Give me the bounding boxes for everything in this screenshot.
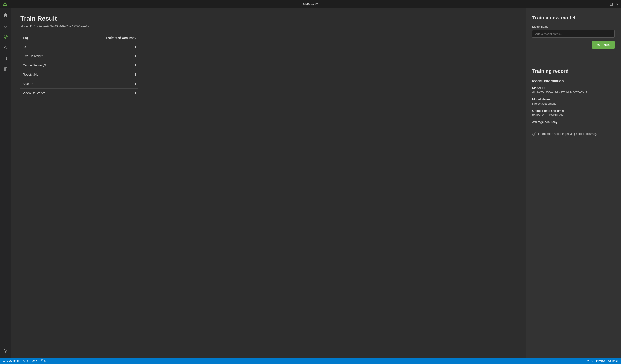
accuracy-cell: 1 bbox=[73, 79, 138, 89]
svg-point-13 bbox=[598, 44, 600, 46]
sidebar-item-train[interactable] bbox=[1, 32, 10, 41]
svg-point-7 bbox=[5, 57, 7, 59]
tag-cell: Video Delivery? bbox=[20, 89, 73, 98]
sidebar-item-settings[interactable] bbox=[1, 346, 10, 355]
sidebar-item-home[interactable] bbox=[1, 10, 10, 19]
sidebar-item-tag[interactable] bbox=[1, 21, 10, 30]
accuracy-cell: 1 bbox=[73, 51, 138, 61]
svg-rect-17 bbox=[41, 360, 43, 362]
svg-point-16 bbox=[33, 360, 34, 361]
model-info-section-title: Model information bbox=[532, 79, 615, 83]
info-accuracy-label: Average accuracy: bbox=[532, 120, 615, 124]
titlebar: MyProject2 ⬡ ▤ ? bbox=[0, 0, 621, 8]
sidebar-item-documents[interactable] bbox=[1, 65, 10, 74]
svg-point-12 bbox=[5, 350, 6, 351]
right-panel: Train a new model Model name Train Train… bbox=[526, 8, 621, 358]
svg-point-1 bbox=[4, 35, 7, 38]
help-icon[interactable]: ? bbox=[617, 2, 618, 6]
model-id-line: Model ID: 4bc9e5fe-953e-49d4-9701-97c007… bbox=[20, 24, 517, 28]
svg-point-15 bbox=[32, 360, 34, 362]
titlebar-actions: ⬡ ▤ ? bbox=[604, 2, 618, 6]
info-model-name-label: Model Name: bbox=[532, 98, 615, 101]
view-count: 5 bbox=[36, 359, 37, 363]
doc-count: 5 bbox=[44, 359, 46, 363]
info-model-name-value: Project Statement bbox=[532, 102, 615, 105]
info-created-label: Created date and time: bbox=[532, 109, 615, 112]
table-row: Receipt No 1 bbox=[20, 70, 138, 79]
panel-divider bbox=[532, 62, 615, 62]
model-name-field-label: Model name bbox=[532, 25, 615, 28]
tag-count-item: 5 bbox=[23, 359, 28, 363]
info-model-id-label: Model ID: bbox=[532, 86, 615, 90]
accuracy-cell: 1 bbox=[73, 89, 138, 98]
tag-count: 5 bbox=[27, 359, 28, 363]
tag-cell: ID # bbox=[20, 42, 73, 51]
statusbar-right: 2.1-preview.1-530545c bbox=[587, 359, 618, 363]
result-table: Tag Estimated Accuracy ID # 1 Live Deliv… bbox=[20, 34, 138, 98]
sidebar-item-predict[interactable] bbox=[1, 43, 10, 52]
tag-cell: Live Delivery? bbox=[20, 51, 73, 61]
statusbar-left: MyStorage 5 5 5 bbox=[3, 359, 46, 363]
model-name-input[interactable] bbox=[532, 30, 615, 38]
col-accuracy: Estimated Accuracy bbox=[73, 34, 138, 42]
accuracy-cell: 1 bbox=[73, 61, 138, 70]
doc-count-item: 5 bbox=[41, 359, 46, 363]
share-icon[interactable]: ⬡ bbox=[604, 2, 606, 6]
svg-point-2 bbox=[5, 36, 6, 37]
page-title: Train Result bbox=[20, 15, 517, 22]
svg-point-14 bbox=[598, 45, 599, 45]
window-title: MyProject2 bbox=[303, 2, 318, 6]
app-logo bbox=[3, 2, 7, 6]
main-panel: Train Result Model ID: 4bc9e5fe-953e-49d… bbox=[11, 8, 526, 358]
tag-cell: Sold To bbox=[20, 79, 73, 89]
train-button-label: Train bbox=[602, 43, 610, 47]
storage-item: MyStorage bbox=[3, 359, 19, 363]
view-count-item: 5 bbox=[32, 359, 37, 363]
info-model-id-value: 4bc9e5fe-953e-49d4-9701-97c0075e7e17 bbox=[532, 91, 615, 94]
accuracy-cell: 1 bbox=[73, 70, 138, 79]
info-circle-icon: i bbox=[532, 132, 536, 136]
tag-cell: Online Delivery? bbox=[20, 61, 73, 70]
info-created-value: 8/20/2020, 11:51:01 AM bbox=[532, 113, 615, 117]
sidebar-item-active-learning[interactable] bbox=[1, 54, 10, 63]
sidebar bbox=[0, 8, 11, 358]
training-record-title: Training record bbox=[532, 68, 615, 74]
svg-marker-0 bbox=[3, 2, 7, 5]
table-row: Video Delivery? 1 bbox=[20, 89, 138, 98]
new-model-title: Train a new model bbox=[532, 15, 615, 21]
info-accuracy-value: 1 bbox=[532, 125, 615, 128]
train-button[interactable]: Train bbox=[592, 41, 615, 48]
table-row: ID # 1 bbox=[20, 42, 138, 51]
tag-cell: Receipt No bbox=[20, 70, 73, 79]
version-label: 2.1-preview.1-530545c bbox=[591, 359, 618, 363]
col-tag: Tag bbox=[20, 34, 73, 42]
app-body: Train Result Model ID: 4bc9e5fe-953e-49d… bbox=[0, 8, 621, 358]
layout-icon[interactable]: ▤ bbox=[610, 2, 613, 6]
table-row: Live Delivery? 1 bbox=[20, 51, 138, 61]
table-row: Sold To 1 bbox=[20, 79, 138, 89]
statusbar: MyStorage 5 5 5 bbox=[0, 358, 621, 364]
learn-more-link[interactable]: i Learn more about improving model accur… bbox=[532, 132, 615, 136]
storage-label: MyStorage bbox=[6, 359, 19, 363]
content-area: Train Result Model ID: 4bc9e5fe-953e-49d… bbox=[11, 8, 621, 358]
accuracy-cell: 1 bbox=[73, 42, 138, 51]
table-row: Online Delivery? 1 bbox=[20, 61, 138, 70]
learn-more-text: Learn more about improving model accurac… bbox=[538, 132, 597, 136]
